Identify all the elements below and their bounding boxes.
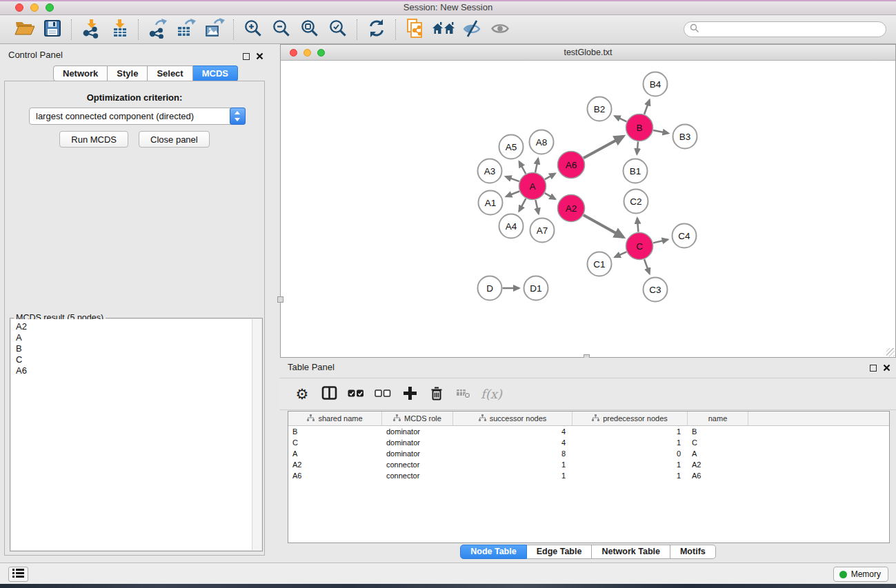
graph-node-C1[interactable]: C1 — [588, 252, 612, 276]
table-row[interactable]: A2connector11A2 — [288, 459, 889, 470]
import-table-button[interactable] — [108, 17, 130, 42]
graph-node-A6[interactable]: A6 — [558, 152, 585, 179]
float-table-panel-icon[interactable] — [870, 365, 877, 372]
table-cell[interactable]: A2 — [688, 459, 748, 470]
graph-node-A2[interactable]: A2 — [558, 195, 585, 222]
graph-node-D[interactable]: D — [478, 276, 502, 301]
table-tab-node-table[interactable]: Node Table — [460, 545, 526, 559]
graph-node-B1[interactable]: B1 — [624, 159, 648, 183]
column-visibility-button[interactable] — [319, 384, 339, 405]
close-panel-button[interactable]: Close panel — [139, 131, 210, 148]
graph-node-B[interactable]: B — [626, 114, 653, 141]
graph-edge-C-C2[interactable] — [637, 218, 639, 232]
node-table[interactable]: shared nameMCDS rolesuccessor nodesprede… — [288, 411, 890, 543]
select-all-rows-button[interactable] — [346, 384, 366, 405]
table-cell[interactable]: B — [288, 426, 382, 437]
table-cell[interactable]: A2 — [288, 459, 382, 470]
table-cell[interactable]: 4 — [453, 437, 573, 448]
table-cell[interactable]: dominator — [382, 437, 453, 448]
table-cell[interactable]: A6 — [288, 470, 382, 481]
home-button[interactable] — [432, 17, 455, 42]
table-cell[interactable]: 0 — [573, 448, 688, 459]
result-item[interactable]: A — [16, 332, 261, 343]
control-tab-select[interactable]: Select — [148, 65, 192, 81]
table-cell[interactable]: A6 — [688, 470, 748, 481]
table-cell[interactable]: 1 — [573, 426, 688, 437]
table-tab-motifs[interactable]: Motifs — [670, 545, 716, 559]
column-header-shared-name[interactable]: shared name — [288, 412, 382, 425]
table-cell[interactable]: 1 — [453, 459, 573, 470]
graph-edge-A-A8[interactable] — [535, 159, 538, 172]
table-cell[interactable]: 1 — [573, 437, 688, 448]
graph-node-C3[interactable]: C3 — [644, 278, 668, 302]
column-header-MCDS-role[interactable]: MCDS role — [382, 412, 453, 425]
column-header-name[interactable]: name — [688, 412, 748, 425]
function-builder-button[interactable]: f(x) — [481, 384, 502, 405]
clone-network-button[interactable] — [404, 17, 426, 42]
graph-edge-A-A4[interactable] — [519, 199, 526, 211]
graph-edge-A2-C[interactable] — [584, 215, 624, 237]
graph-edge-B-B1[interactable] — [637, 141, 638, 154]
graph-node-C2[interactable]: C2 — [624, 190, 648, 214]
graphics-details-button[interactable] — [460, 17, 483, 42]
graph-edge-B-B4[interactable] — [644, 100, 650, 114]
create-column-button[interactable] — [400, 384, 419, 405]
table-cell[interactable]: A — [688, 448, 748, 459]
delete-column-button[interactable] — [427, 384, 446, 405]
graph-edge-A-A6[interactable] — [545, 174, 555, 179]
export-table-button[interactable] — [175, 17, 197, 42]
table-row[interactable]: Adominator80A — [288, 448, 889, 459]
result-item[interactable]: A2 — [16, 321, 261, 332]
table-settings-button[interactable]: ⚙ — [292, 384, 312, 405]
control-tab-style[interactable]: Style — [108, 65, 148, 81]
graph-edge-A6-B[interactable] — [584, 136, 624, 158]
graph-edge-A-A5[interactable] — [519, 162, 526, 174]
close-table-panel-icon[interactable] — [883, 362, 890, 374]
graph-node-A[interactable]: A — [519, 173, 546, 200]
table-cell[interactable]: 4 — [453, 426, 573, 437]
zoom-in-button[interactable] — [241, 17, 264, 42]
zoom-selected-button[interactable] — [326, 17, 349, 42]
task-history-button[interactable] — [8, 567, 28, 582]
graph-edge-C-C4[interactable] — [653, 240, 668, 243]
table-cell[interactable]: connector — [382, 459, 453, 470]
run-mcds-button[interactable]: Run MCDS — [59, 131, 128, 148]
table-cell[interactable]: 1 — [573, 470, 688, 481]
graph-edge-C-C3[interactable] — [644, 259, 650, 274]
delete-table-button[interactable] — [454, 384, 473, 405]
export-image-button[interactable] — [203, 17, 226, 42]
close-panel-icon[interactable] — [256, 50, 263, 63]
result-item[interactable]: C — [16, 354, 261, 365]
graph-edge-B-B3[interactable] — [653, 130, 668, 133]
graph-node-C4[interactable]: C4 — [673, 224, 697, 248]
table-cell[interactable]: 1 — [573, 459, 688, 470]
table-cell[interactable]: A — [288, 448, 382, 459]
table-tab-network-table[interactable]: Network Table — [592, 545, 670, 559]
export-network-button[interactable] — [146, 17, 169, 42]
table-cell[interactable]: dominator — [382, 448, 453, 459]
zoom-out-button[interactable] — [270, 17, 292, 42]
graph-node-B3[interactable]: B3 — [673, 125, 697, 149]
graph-edge-A-A3[interactable] — [506, 176, 519, 181]
table-cell[interactable]: B — [688, 426, 748, 437]
deselect-all-rows-button[interactable] — [373, 384, 392, 405]
graph-node-A3[interactable]: A3 — [478, 159, 502, 183]
graph-node-A4[interactable]: A4 — [499, 214, 524, 239]
table-cell[interactable]: connector — [382, 470, 453, 481]
table-row[interactable]: A6connector11A6 — [288, 470, 889, 481]
graph-edge-C-C1[interactable] — [615, 252, 626, 257]
search-input[interactable] — [703, 23, 880, 36]
graph-edge-B-B2[interactable] — [615, 116, 626, 121]
network-canvas[interactable]: B4B2BB3A8A5A6A3B1AA1C2A2A4A7C4CC1DD1C3 — [281, 61, 895, 357]
control-tab-mcds[interactable]: MCDS — [193, 65, 238, 81]
graph-node-A8[interactable]: A8 — [530, 130, 554, 154]
table-cell[interactable]: 8 — [453, 448, 573, 459]
float-panel-icon[interactable] — [243, 53, 250, 60]
column-header-successor-nodes[interactable]: successor nodes — [453, 412, 573, 425]
table-row[interactable]: Bdominator41B — [288, 426, 889, 437]
graph-node-C[interactable]: C — [626, 233, 653, 260]
graph-node-D1[interactable]: D1 — [524, 276, 548, 301]
refresh-button[interactable] — [365, 17, 388, 42]
column-header-predecessor-nodes[interactable]: predecessor nodes — [573, 412, 688, 425]
table-cell[interactable]: C — [688, 437, 748, 448]
